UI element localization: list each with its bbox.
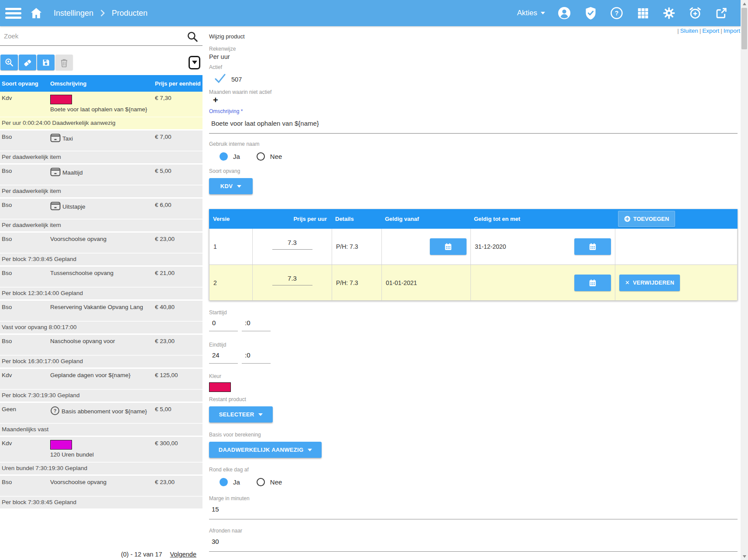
product-row[interactable]: Bso Maaltijd € 5,00 Per daadwerkelijk it… — [0, 165, 202, 197]
calendar-button[interactable] — [574, 275, 611, 291]
price-per-hour-input[interactable]: 7.3 — [272, 239, 312, 250]
user-icon[interactable] — [557, 6, 571, 20]
save-button[interactable] — [37, 55, 55, 70]
actief-label: Actief — [209, 64, 738, 70]
product-row[interactable]: Bso Uitstapje € 6,00 Per daadwerkelijk i… — [0, 199, 202, 231]
column-versie: Versie — [209, 216, 252, 222]
export-link[interactable]: Export — [702, 27, 719, 34]
akties-label: Akties — [517, 9, 537, 17]
radio-nee-label: Nee — [270, 153, 282, 160]
product-name-cell: Boete voor laat ophalen van ${name} — [50, 95, 155, 113]
kleur-swatch[interactable] — [209, 382, 231, 392]
akties-dropdown[interactable]: Akties — [517, 9, 545, 17]
add-month-button[interactable]: + — [209, 95, 222, 105]
price-per-hour-input[interactable]: 7.3 — [272, 275, 312, 285]
product-name-cell: Tussenschoolse opvang — [50, 270, 155, 276]
product-row[interactable]: Bso Tussenschoolse opvang € 21,00 Per bl… — [0, 267, 202, 299]
help-icon[interactable]: ? — [610, 6, 624, 20]
radio-nee[interactable] — [257, 478, 265, 486]
hamburger-menu-icon[interactable] — [5, 8, 21, 19]
search-plus-button[interactable] — [0, 55, 18, 70]
search-icon[interactable] — [187, 31, 198, 44]
pagination-next-link[interactable]: Volgende — [170, 551, 196, 558]
vertical-scrollbar[interactable] — [741, 0, 748, 560]
eindtijd-minute-input[interactable]: :0 — [242, 351, 271, 364]
verwijderen-button[interactable]: ✕ VERWIJDEREN — [619, 275, 680, 291]
caret-down-icon — [541, 12, 545, 14]
toevoegen-button[interactable]: TOEVOEGEN — [618, 211, 675, 227]
radio-ja-selected[interactable] — [220, 152, 228, 161]
topbar-actions: Akties ? — [517, 6, 728, 20]
page-title: Wijzig product — [209, 33, 738, 40]
product-row[interactable]: Kdv Geplande dagen voor ${name} € 125,00… — [0, 369, 202, 402]
shield-check-icon[interactable] — [583, 6, 597, 20]
product-name-cell: Maaltijd — [50, 168, 155, 178]
checkmark-icon[interactable] — [214, 73, 226, 85]
product-name: Naschoolse opvang voor — [50, 338, 115, 344]
apps-grid-icon[interactable] — [636, 6, 650, 20]
radio-nee[interactable] — [257, 152, 265, 161]
product-name-cell: Uitstapje — [50, 202, 155, 212]
scrollbar-thumb[interactable] — [741, 8, 747, 49]
topbar: Instellingen Producten Akties ? — [0, 0, 741, 26]
column-soort-opvang: Soort opvang — [2, 80, 50, 87]
product-price: € 5,00 — [155, 406, 202, 412]
restant-product-dropdown[interactable]: SELECTEER — [209, 406, 273, 423]
product-soort: Bso — [2, 168, 50, 174]
breadcrumb-producten[interactable]: Producten — [112, 9, 148, 18]
radio-nee-label: Nee — [270, 478, 282, 486]
eindtijd-label: Eindtijd — [209, 342, 738, 348]
product-row[interactable]: Bso Reservering Vakantie Opvang Lang € 4… — [0, 301, 202, 333]
search-input[interactable] — [0, 26, 166, 40]
toevoegen-label: TOEVOEGEN — [633, 216, 669, 222]
calendar-button[interactable] — [574, 238, 611, 255]
scroll-up-arrow-icon[interactable] — [741, 0, 748, 7]
trash-button[interactable] — [55, 55, 73, 70]
product-row[interactable]: Bso Voorschoolse opvang € 23,00 Per bloc… — [0, 476, 202, 508]
breadcrumb-chevron-icon — [100, 10, 105, 17]
import-link[interactable]: Import — [724, 27, 740, 34]
rond-elke-dag-af-radios: Ja Nee — [209, 478, 738, 486]
basis-voor-berekening-dropdown[interactable]: DAADWERKELIJK AANWEZIG — [209, 442, 322, 458]
product-name-cell: Voorschoolse opvang — [50, 479, 155, 485]
rond-elke-dag-af-label: Rond elke dag af — [209, 467, 738, 473]
remove-x-icon: ✕ — [625, 279, 630, 286]
sluiten-link[interactable]: Sluiten — [680, 27, 698, 34]
scroll-down-arrow-icon[interactable] — [741, 553, 748, 560]
product-color-swatch — [50, 95, 72, 104]
home-icon[interactable] — [30, 7, 42, 19]
radio-ja-selected[interactable] — [220, 478, 228, 486]
starttijd-minute-input[interactable]: :0 — [242, 319, 271, 331]
product-row[interactable]: Kdv 120 Uren bundel € 300,00 Uren bundel… — [0, 437, 202, 474]
product-name: Uitstapje — [62, 203, 86, 210]
versions-table-body: 1 7.3 P/H: 7.3 31-12-2020 — [209, 229, 738, 301]
starttijd-hour-input[interactable]: 0 — [209, 319, 238, 331]
marge-in-minuten-input[interactable]: 15 — [209, 505, 738, 519]
product-row[interactable]: Geen ? Basis abbenoment voor ${name} € 5… — [0, 403, 202, 436]
breadcrumb-instellingen[interactable]: Instellingen — [54, 9, 93, 18]
caret-down-icon — [258, 413, 263, 416]
actief-row: 507 — [209, 73, 738, 85]
product-row[interactable]: Bso Voorschoolse opvang € 23,00 Per bloc… — [0, 233, 202, 265]
product-price: € 23,00 — [155, 236, 202, 242]
soort-opvang-dropdown[interactable]: KDV — [209, 178, 253, 194]
maanden-niet-actief-label: Maanden waarin niet actief — [209, 89, 738, 95]
actief-count: 507 — [231, 76, 242, 83]
settings-gear-icon[interactable] — [662, 6, 676, 20]
product-row[interactable]: Kdv Boete voor laat ophalen van ${name} … — [0, 92, 202, 129]
open-external-icon[interactable] — [714, 6, 728, 20]
rekenwijze-label: Rekenwijze — [209, 46, 738, 52]
calendar-button[interactable] — [430, 238, 467, 255]
calendar-icon — [589, 243, 597, 251]
dropdown-select-icon[interactable] — [189, 56, 200, 69]
product-soort: Geen — [2, 406, 50, 412]
eindtijd-hour-input[interactable]: 24 — [209, 351, 238, 364]
product-row[interactable]: Bso Naschoolse opvang voor € 23,00 Per b… — [0, 335, 202, 368]
version-details: P/H: 7.3 — [332, 265, 381, 300]
afronden-naar-input[interactable]: 30 — [209, 538, 738, 552]
eraser-button[interactable] — [19, 55, 36, 70]
omschrijving-input[interactable]: Boete voor laat ophalen van ${name} — [209, 120, 738, 134]
timer-add-icon[interactable] — [688, 6, 702, 20]
versions-table: Versie Prijs per uur Details Geldig vana… — [209, 209, 738, 301]
product-row[interactable]: Bso Taxi € 7,00 Per daadwerkelijk item — [0, 131, 202, 163]
